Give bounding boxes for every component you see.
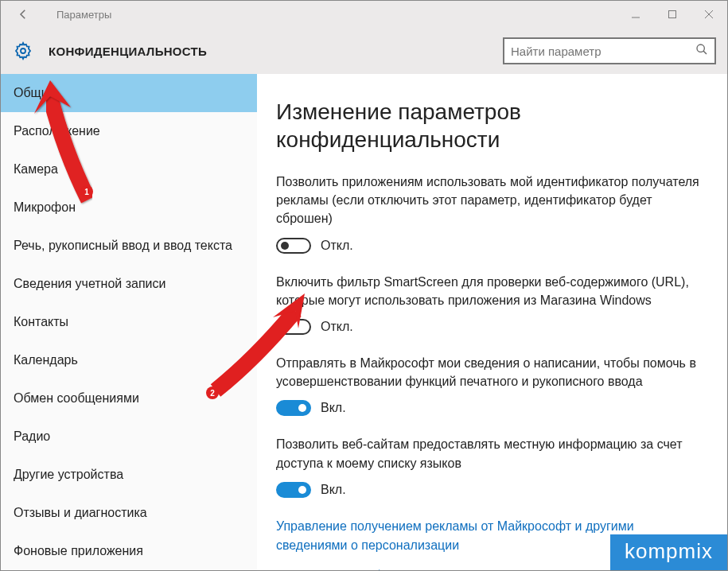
window-title: Параметры xyxy=(56,9,111,21)
sidebar-item-microphone[interactable]: Микрофон xyxy=(1,188,257,227)
minimize-button[interactable] xyxy=(617,1,654,28)
setting-desc: Позволить веб-сайтам предоставлять местн… xyxy=(276,435,707,472)
maximize-button[interactable] xyxy=(654,1,691,28)
sidebar-item-label: Радио xyxy=(14,429,50,444)
sidebar-item-label: Сведения учетной записи xyxy=(14,277,165,291)
body-area: Общие Расположение Камера Микрофон Речь,… xyxy=(1,74,727,570)
search-box[interactable] xyxy=(503,37,716,64)
sidebar-item-label: Общие xyxy=(14,86,56,100)
toggle-language-list[interactable] xyxy=(276,482,311,498)
sidebar-item-label: Расположение xyxy=(14,124,100,138)
sidebar-item-label: Контакты xyxy=(14,315,68,329)
sidebar-item-contacts[interactable]: Контакты xyxy=(1,303,257,341)
sidebar-item-account[interactable]: Сведения учетной записи xyxy=(1,265,257,303)
sidebar-item-label: Микрофон xyxy=(14,200,76,215)
sidebar: Общие Расположение Камера Микрофон Речь,… xyxy=(1,74,257,570)
maximize-icon xyxy=(668,10,677,19)
close-button[interactable] xyxy=(691,1,727,28)
settings-window: Параметры КОНФИДЕНЦИАЛЬНОСТЬ xyxy=(0,0,728,571)
sidebar-item-label: Обмен сообщениями xyxy=(14,391,139,406)
window-controls xyxy=(617,1,727,28)
svg-line-6 xyxy=(703,51,707,54)
page-title: КОНФИДЕНЦИАЛЬНОСТЬ xyxy=(49,45,207,58)
toggle-advertising-id[interactable] xyxy=(276,238,311,254)
toggle-row: Откл. xyxy=(276,319,707,335)
sidebar-item-calendar[interactable]: Календарь xyxy=(1,341,257,379)
search-input[interactable] xyxy=(511,45,691,58)
setting-language-list: Позволить веб-сайтам предоставлять местн… xyxy=(276,435,707,497)
minimize-icon xyxy=(631,10,640,19)
link-text: Заявление о конфиденциальности xyxy=(276,569,482,570)
watermark: kompmix xyxy=(610,534,727,570)
toggle-knob xyxy=(298,486,306,494)
sidebar-item-label: Камера xyxy=(14,162,58,177)
toggle-smartscreen[interactable] xyxy=(276,319,311,335)
sidebar-item-label: Фоновые приложения xyxy=(14,544,143,558)
titlebar: Параметры xyxy=(1,1,727,28)
sidebar-item-background-apps[interactable]: Фоновые приложения xyxy=(1,532,257,570)
setting-desc: Включить фильтр SmartScreen для проверки… xyxy=(276,273,707,309)
sidebar-item-label: Отзывы и диагностика xyxy=(14,506,147,520)
sidebar-item-other-devices[interactable]: Другие устройства xyxy=(1,456,257,494)
toggle-knob xyxy=(281,323,289,331)
sidebar-item-radio[interactable]: Радио xyxy=(1,418,257,456)
setting-desc: Позволить приложениям использовать мой и… xyxy=(276,173,707,228)
sidebar-item-feedback[interactable]: Отзывы и диагностика xyxy=(1,494,257,532)
toggle-state-label: Откл. xyxy=(321,320,353,334)
gear-icon xyxy=(12,40,34,62)
toggle-send-typing[interactable] xyxy=(276,400,311,416)
arrow-left-icon xyxy=(16,7,30,21)
sidebar-item-messaging[interactable]: Обмен сообщениями xyxy=(1,379,257,418)
link-text: Управление получением рекламы от Майкрос… xyxy=(276,519,634,552)
close-icon xyxy=(704,10,714,19)
sidebar-item-label: Календарь xyxy=(14,353,78,367)
toggle-state-label: Вкл. xyxy=(321,401,346,415)
content-heading: Изменение параметров конфиденциальности xyxy=(276,98,707,153)
sidebar-item-speech[interactable]: Речь, рукописный ввод и ввод текста xyxy=(1,227,257,265)
svg-point-4 xyxy=(21,49,25,53)
toggle-row: Вкл. xyxy=(276,400,707,416)
sidebar-item-label: Речь, рукописный ввод и ввод текста xyxy=(14,239,232,253)
svg-rect-1 xyxy=(669,11,676,18)
toggle-knob xyxy=(298,404,306,412)
search-icon[interactable] xyxy=(695,43,708,59)
setting-smartscreen: Включить фильтр SmartScreen для проверки… xyxy=(276,273,707,335)
content-pane: Изменение параметров конфиденциальности … xyxy=(257,74,727,570)
setting-send-typing: Отправлять в Майкрософт мои сведения о н… xyxy=(276,354,707,416)
toggle-state-label: Откл. xyxy=(321,239,353,253)
sidebar-item-camera[interactable]: Камера xyxy=(1,150,257,188)
setting-desc: Отправлять в Майкрософт мои сведения о н… xyxy=(276,354,707,390)
toggle-row: Вкл. xyxy=(276,482,707,498)
toggle-knob xyxy=(281,242,289,250)
setting-advertising-id: Позволить приложениям использовать мой и… xyxy=(276,173,707,254)
toggle-state-label: Вкл. xyxy=(321,483,346,497)
toggle-row: Откл. xyxy=(276,238,707,254)
back-button[interactable] xyxy=(7,1,39,28)
sidebar-item-label: Другие устройства xyxy=(14,468,123,482)
svg-point-5 xyxy=(697,45,704,52)
sidebar-item-general[interactable]: Общие xyxy=(1,74,257,112)
sidebar-item-location[interactable]: Расположение xyxy=(1,112,257,150)
page-header: КОНФИДЕНЦИАЛЬНОСТЬ xyxy=(1,28,727,74)
